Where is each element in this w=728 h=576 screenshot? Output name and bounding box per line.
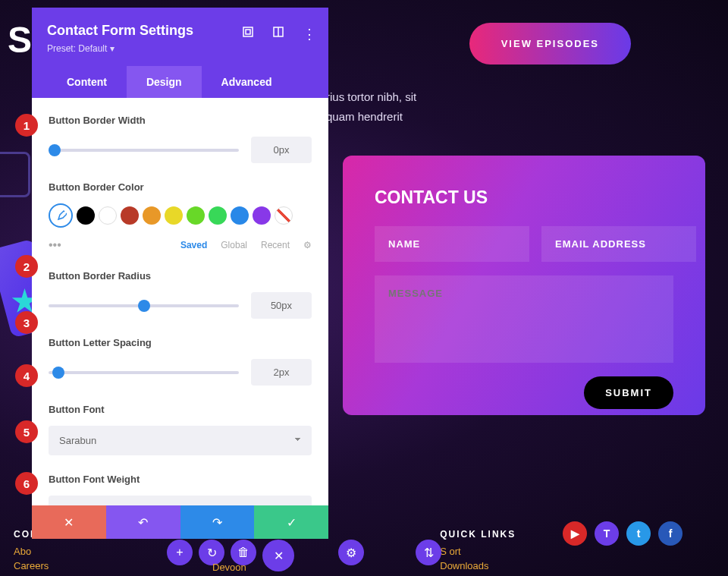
contact-form-card: CONTACT US SUBMIT bbox=[343, 156, 705, 415]
tab-advanced[interactable]: Advanced bbox=[202, 66, 292, 98]
color-tab-global[interactable]: Global bbox=[221, 240, 247, 250]
color-swatch-black[interactable] bbox=[77, 206, 95, 225]
border-color-label: Button Border Color bbox=[49, 181, 312, 193]
color-swatch-yellow[interactable] bbox=[165, 206, 183, 225]
letter-spacing-label: Button Letter Spacing bbox=[49, 337, 312, 348]
font-label: Button Font bbox=[49, 404, 312, 415]
color-swatch-none[interactable] bbox=[275, 206, 293, 225]
sort-icon[interactable]: ⇅ bbox=[416, 540, 441, 565]
color-settings-icon[interactable]: ⚙ bbox=[303, 240, 312, 250]
twitch-icon[interactable]: T bbox=[595, 521, 619, 546]
color-swatch-blue[interactable] bbox=[231, 206, 249, 225]
eyedropper-icon[interactable] bbox=[49, 203, 73, 228]
name-input[interactable] bbox=[375, 226, 529, 262]
color-swatch-purple[interactable] bbox=[253, 206, 271, 225]
footer-devcon[interactable]: Devoon bbox=[212, 562, 246, 573]
font-select[interactable]: Sarabun bbox=[49, 426, 312, 455]
more-colors-icon[interactable]: ••• bbox=[49, 238, 61, 252]
tab-content[interactable]: Content bbox=[47, 66, 127, 98]
letter-spacing-slider[interactable] bbox=[49, 371, 239, 374]
panel-body[interactable]: Button Border Width 0px Button Border Co… bbox=[32, 98, 328, 505]
preset-selector[interactable]: Preset: Default ▾ bbox=[47, 43, 313, 54]
color-tab-recent[interactable]: Recent bbox=[261, 240, 290, 250]
annotation-badge-1: 1 bbox=[15, 114, 38, 137]
color-tab-saved[interactable]: Saved bbox=[180, 240, 207, 250]
annotation-badge-3: 3 bbox=[15, 311, 38, 334]
font-weight-label: Button Font Weight bbox=[49, 474, 312, 485]
annotation-badge-4: 4 bbox=[15, 364, 38, 387]
view-episodes-button[interactable]: VIEW EPISODES bbox=[469, 23, 631, 65]
cancel-button[interactable]: ✕ bbox=[32, 505, 106, 539]
letter-spacing-value[interactable]: 2px bbox=[251, 359, 312, 386]
border-radius-value[interactable]: 50px bbox=[251, 292, 312, 319]
facebook-icon[interactable]: f bbox=[658, 521, 682, 546]
add-icon[interactable]: + bbox=[167, 540, 193, 565]
border-width-slider[interactable] bbox=[49, 149, 239, 152]
footer-quicklinks-heading: QUICK LINKS bbox=[440, 529, 516, 540]
annotation-badge-2: 2 bbox=[15, 255, 38, 278]
undo-button[interactable]: ↶ bbox=[106, 505, 180, 539]
border-radius-label: Button Border Radius bbox=[49, 270, 312, 282]
border-width-label: Button Border Width bbox=[49, 115, 312, 126]
annotation-badge-5: 5 bbox=[15, 420, 38, 443]
panel-header: Contact Form Settings Preset: Default ▾ … bbox=[32, 8, 328, 98]
border-width-value[interactable]: 0px bbox=[251, 137, 312, 163]
responsive-icon[interactable] bbox=[242, 26, 254, 38]
hero-subtitle: rius tortor nibh, sit quam hendrerit bbox=[326, 87, 416, 126]
social-icons: ▶ T t f bbox=[563, 521, 682, 546]
color-swatch-lime[interactable] bbox=[187, 206, 205, 225]
kebab-menu-icon[interactable]: ⋮ bbox=[303, 26, 315, 38]
footer-link-about[interactable]: Abo bbox=[14, 546, 49, 557]
youtube-icon[interactable]: ▶ bbox=[563, 521, 587, 546]
email-input[interactable] bbox=[541, 226, 696, 262]
message-textarea[interactable] bbox=[375, 275, 673, 363]
svg-rect-0 bbox=[243, 27, 253, 36]
color-swatch-orange[interactable] bbox=[143, 206, 161, 225]
border-radius-slider[interactable] bbox=[49, 304, 239, 307]
settings-icon[interactable]: ⚙ bbox=[338, 540, 364, 565]
close-builder-icon[interactable]: ✕ bbox=[262, 540, 294, 571]
font-weight-select[interactable]: Bold bbox=[49, 496, 312, 505]
builder-toolbar: + ↻ 🗑 ✕ ⚙ ⇅ bbox=[167, 540, 441, 571]
color-swatch-white[interactable] bbox=[99, 206, 117, 225]
footer-link-downloads[interactable]: Downloads bbox=[440, 560, 516, 571]
split-icon[interactable] bbox=[272, 26, 284, 38]
contact-heading: CONTACT US bbox=[375, 187, 673, 208]
twitter-icon[interactable]: t bbox=[626, 521, 651, 546]
color-swatch-green[interactable] bbox=[209, 206, 227, 225]
svg-rect-1 bbox=[246, 30, 250, 34]
redo-button[interactable]: ↷ bbox=[180, 505, 255, 539]
annotation-badge-6: 6 bbox=[15, 472, 38, 495]
save-button[interactable]: ✓ bbox=[254, 505, 328, 539]
footer-link-support[interactable]: S ort bbox=[440, 546, 516, 557]
settings-panel: Contact Form Settings Preset: Default ▾ … bbox=[32, 8, 328, 539]
decorative-square bbox=[0, 152, 30, 197]
tab-design[interactable]: Design bbox=[127, 66, 202, 98]
color-swatch-red[interactable] bbox=[121, 206, 139, 225]
submit-button[interactable]: SUBMIT bbox=[584, 376, 673, 409]
footer-link-careers[interactable]: Careers bbox=[14, 560, 49, 571]
